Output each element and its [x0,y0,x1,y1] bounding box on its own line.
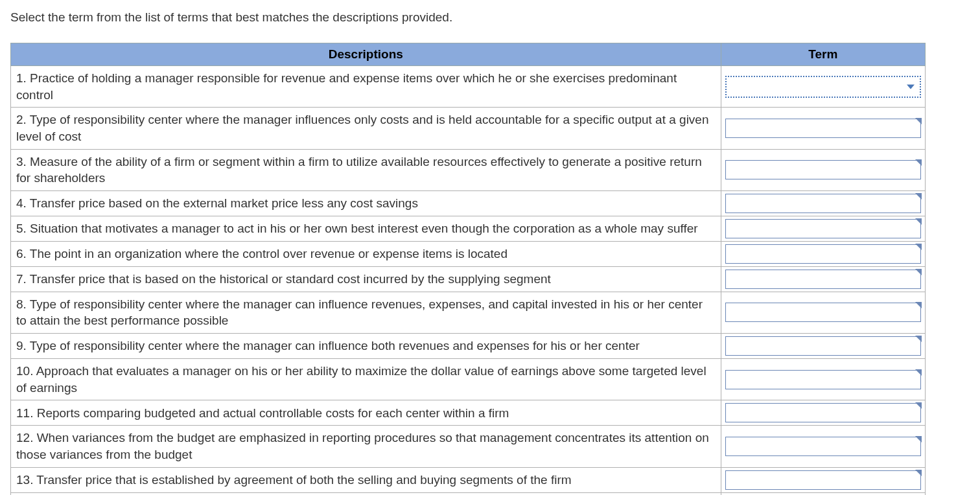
term-select-4[interactable] [725,194,921,213]
table-row: 2. Type of responsibility center where t… [11,108,926,149]
table-row: 14. Practice of delegating authority and… [11,492,926,495]
term-select-8[interactable] [725,303,921,322]
descriptions-header: Descriptions [11,43,721,66]
term-cell [721,266,925,292]
term-select-9[interactable] [725,336,921,356]
description-cell: 6. The point in an organization where th… [11,241,721,266]
term-cell [721,426,925,467]
table-row: 1. Practice of holding a manager respons… [11,66,926,108]
table-row: 6. The point in an organization where th… [11,241,926,266]
term-header: Term [721,43,925,66]
term-select-6[interactable] [725,244,921,264]
term-cell [721,334,925,359]
description-cell: 5. Situation that motivates a manager to… [11,216,721,241]
description-cell: 1. Practice of holding a manager respons… [11,66,721,108]
table-row: 5. Situation that motivates a manager to… [11,216,926,241]
term-cell [721,359,925,400]
term-cell [721,467,925,492]
description-cell: 11. Reports comparing budgeted and actua… [11,400,721,426]
chevron-down-icon [907,84,915,89]
term-select-7[interactable] [725,270,921,289]
term-select-1[interactable] [725,76,921,98]
table-row: 10. Approach that evaluates a manager on… [11,359,926,400]
term-cell [721,149,925,190]
table-row: 11. Reports comparing budgeted and actua… [11,400,926,426]
term-cell [721,190,925,216]
table-row: 4. Transfer price based on the external … [11,190,926,216]
term-cell [721,241,925,266]
description-cell: 14. Practice of delegating authority and… [11,492,721,495]
description-cell: 3. Measure of the ability of a firm or s… [11,149,721,190]
term-select-2[interactable] [725,119,921,138]
term-cell [721,216,925,241]
table-row: 12. When variances from the budget are e… [11,426,926,467]
term-cell [721,292,925,333]
term-select-5[interactable] [725,219,921,238]
table-row: 13. Transfer price that is established b… [11,467,926,492]
table-row: 7. Transfer price that is based on the h… [11,266,926,292]
description-cell: 8. Type of responsibility center where t… [11,292,721,333]
term-cell [721,66,925,108]
term-select-13[interactable] [725,470,921,490]
matching-table: Descriptions Term 1. Practice of holding… [10,43,926,495]
description-cell: 13. Transfer price that is established b… [11,467,721,492]
description-cell: 4. Transfer price based on the external … [11,190,721,216]
term-cell [721,108,925,149]
instruction-text: Select the term from the list of terms t… [10,10,970,25]
term-select-10[interactable] [725,370,921,389]
term-select-3[interactable] [725,160,921,179]
description-cell: 7. Transfer price that is based on the h… [11,266,721,292]
description-cell: 12. When variances from the budget are e… [11,426,721,467]
term-select-11[interactable] [725,403,921,422]
term-select-12[interactable] [725,437,921,456]
term-cell [721,492,925,495]
description-cell: 2. Type of responsibility center where t… [11,108,721,149]
description-cell: 10. Approach that evaluates a manager on… [11,359,721,400]
term-cell [721,400,925,426]
table-row: 9. Type of responsibility center where t… [11,334,926,359]
table-row: 3. Measure of the ability of a firm or s… [11,149,926,190]
description-cell: 9. Type of responsibility center where t… [11,334,721,359]
table-header-row: Descriptions Term [11,43,926,66]
table-row: 8. Type of responsibility center where t… [11,292,926,333]
